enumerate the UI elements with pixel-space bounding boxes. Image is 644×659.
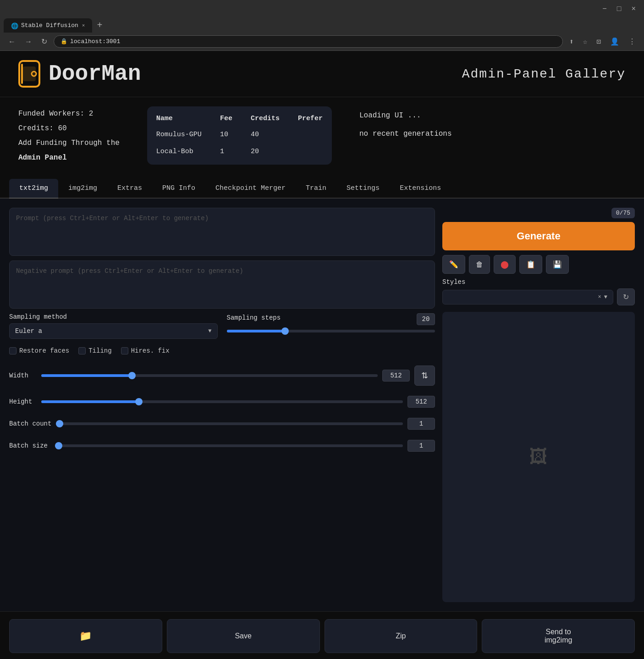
sampling-steps-value[interactable]: 20 — [417, 313, 435, 325]
tab-png-info[interactable]: PNG Info — [152, 179, 205, 199]
reader-icon[interactable]: ⊡ — [594, 36, 604, 47]
batch-size-value[interactable]: 1 — [407, 440, 435, 452]
batch-count-row: Batch count 1 — [9, 418, 435, 430]
send-to-img2img-button[interactable]: Send to img2img — [482, 619, 635, 653]
sampling-steps-label: Sampling steps — [227, 314, 281, 321]
main-content: Sampling method Euler a ▼ Sampling steps… — [0, 199, 644, 611]
back-button[interactable]: ← — [6, 37, 18, 47]
styles-clear-button[interactable]: × — [598, 294, 601, 300]
col-prefer: Prefer — [289, 111, 332, 126]
logo-icon — [18, 60, 42, 88]
logo-area: DoorMan — [18, 60, 141, 88]
save-button[interactable]: Save — [167, 619, 320, 653]
table-header-row: Name Fee Credits Prefer — [147, 111, 332, 126]
close-window-button[interactable]: × — [628, 4, 638, 14]
minimize-button[interactable]: − — [600, 4, 610, 14]
batch-count-label: Batch count — [9, 420, 51, 427]
width-slider-thumb[interactable] — [128, 372, 136, 379]
restore-faces-checkbox[interactable]: Restore faces — [9, 347, 69, 354]
styles-input[interactable]: × ▼ — [442, 290, 613, 305]
steps-slider-fill — [227, 330, 285, 332]
sampling-method-section: Sampling method Euler a ▼ — [9, 313, 218, 339]
sampling-steps-slider[interactable] — [227, 330, 435, 332]
batch-size-slider[interactable] — [55, 444, 403, 447]
window-controls[interactable]: − □ × — [600, 4, 638, 14]
worker-name-0: Romulus-GPU — [147, 126, 211, 143]
worker-credits-0: 40 — [242, 126, 289, 143]
maximize-button[interactable]: □ — [614, 4, 624, 14]
height-row: Height 512 — [9, 396, 435, 408]
tab-txt2img[interactable]: txt2img — [9, 179, 58, 199]
tab-extensions[interactable]: Extensions — [390, 179, 451, 199]
header-title: Admin-Panel Gallery — [462, 67, 626, 81]
batch-count-thumb[interactable] — [56, 420, 63, 427]
sampling-method-select[interactable]: Euler a ▼ — [9, 323, 218, 339]
lock-icon: 🔒 — [61, 38, 67, 45]
folder-button[interactable]: 📁 — [9, 619, 162, 653]
bookmark-icon[interactable]: ☆ — [580, 36, 590, 47]
tab-checkpoint-merger[interactable]: Checkpoint Merger — [205, 179, 296, 199]
worker-prefer-1 — [289, 143, 332, 160]
tab-train[interactable]: Train — [296, 179, 336, 199]
bottom-bar: 📁 Save Zip Send to img2img — [0, 611, 644, 659]
width-slider[interactable] — [41, 374, 378, 377]
prompt-input[interactable] — [16, 215, 428, 247]
logo-text: DoorMan — [49, 61, 141, 86]
tab-close-button[interactable]: × — [82, 23, 85, 28]
trash-icon-button[interactable]: 🗑 — [469, 255, 490, 274]
batch-size-row: Batch size 1 — [9, 440, 435, 452]
worker-credits-1: 20 — [242, 143, 289, 160]
batch-count-value[interactable]: 1 — [407, 418, 435, 430]
styles-dropdown-icon[interactable]: ▼ — [604, 294, 607, 300]
swap-dimensions-button[interactable]: ⇅ — [414, 365, 435, 386]
app-header: DoorMan Admin-Panel Gallery — [0, 51, 644, 97]
token-count: 0/75 — [611, 208, 635, 218]
hires-fix-checkbox[interactable]: Hires. fix — [121, 347, 170, 354]
edit-icon-button[interactable]: ✏️ — [442, 255, 465, 274]
url-display: localhost:3001 — [70, 38, 120, 45]
address-actions: ⬆ ☆ ⊡ 👤 ⋮ — [567, 36, 638, 47]
hires-fix-box — [121, 347, 128, 354]
tiling-checkbox[interactable]: Tiling — [78, 347, 111, 354]
col-credits: Credits — [242, 111, 289, 126]
save-icon-button[interactable]: 💾 — [546, 255, 569, 274]
height-slider[interactable] — [41, 400, 403, 403]
steps-slider-thumb[interactable] — [281, 327, 289, 335]
reload-button[interactable]: ↻ — [39, 36, 50, 47]
tab-settings[interactable]: Settings — [336, 179, 390, 199]
image-placeholder-icon: 🖼 — [529, 446, 548, 468]
zip-button[interactable]: Zip — [325, 619, 478, 653]
height-slider-thumb[interactable] — [135, 398, 143, 405]
recent-generations: no recent generations — [359, 125, 452, 143]
address-bar[interactable]: 🔒 localhost:3001 — [54, 35, 563, 48]
forward-button[interactable]: → — [22, 37, 35, 47]
col-name: Name — [147, 111, 211, 126]
tab-img2img[interactable]: img2img — [58, 179, 107, 199]
profile-icon[interactable]: 👤 — [607, 36, 622, 47]
negative-prompt-input[interactable] — [16, 267, 428, 299]
clipboard-icon-button[interactable]: 📋 — [519, 255, 542, 274]
add-funding-line: Add Funding Through the Admin Panel — [18, 136, 120, 165]
hires-fix-label: Hires. fix — [131, 347, 170, 354]
loading-status: Loading UI ... — [359, 106, 452, 125]
new-tab-button[interactable]: + — [92, 18, 107, 33]
browser-titlebar: − □ × — [0, 0, 644, 18]
worker-name-1: Local-Bob — [147, 143, 211, 160]
generate-button[interactable]: Generate — [442, 222, 635, 250]
record-icon-button[interactable]: ⬤ — [494, 255, 516, 274]
sampling-method-label: Sampling method — [9, 313, 218, 321]
batch-count-slider-wrap — [56, 418, 403, 430]
width-slider-fill — [41, 374, 132, 377]
select-arrow-icon: ▼ — [208, 328, 211, 334]
styles-refresh-button[interactable]: ↻ — [617, 288, 635, 305]
admin-panel-link[interactable]: Admin Panel — [18, 154, 67, 162]
height-value[interactable]: 512 — [407, 396, 435, 408]
batch-size-thumb[interactable] — [55, 442, 62, 449]
browser-tab[interactable]: 🌐 Stable Diffusion × — [4, 18, 92, 33]
share-icon[interactable]: ⬆ — [567, 36, 577, 47]
width-row: Width 512 ⇅ — [9, 365, 435, 386]
tab-extras[interactable]: Extras — [107, 179, 152, 199]
batch-count-slider[interactable] — [56, 422, 403, 425]
menu-icon[interactable]: ⋮ — [626, 36, 638, 47]
width-value[interactable]: 512 — [382, 370, 410, 382]
